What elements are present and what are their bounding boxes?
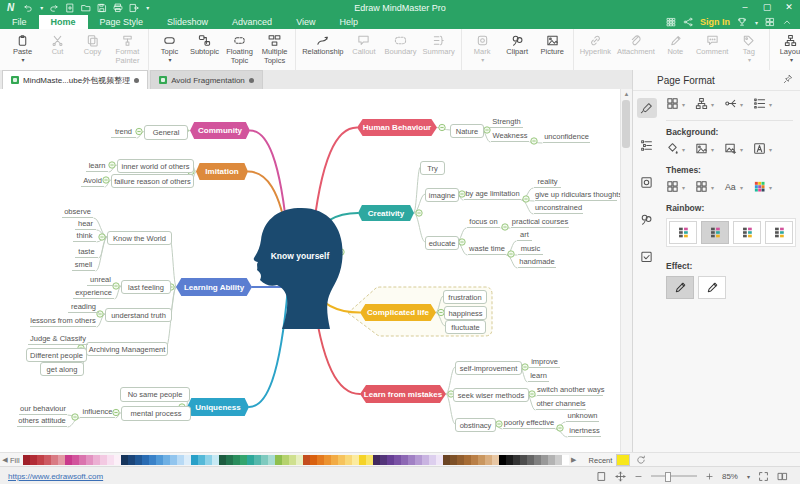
palette-swatch[interactable] [394,455,401,465]
palette-swatch[interactable] [65,455,72,465]
palette-swatch[interactable] [506,455,513,465]
background-imgpick-button[interactable]: ▾ [695,142,714,157]
palette-swatch[interactable] [492,455,499,465]
tab-close-button[interactable] [134,78,139,83]
mindmap-node-knoww[interactable]: Know the World [107,231,172,245]
mindmap-node-inert[interactable]: inertness [568,426,601,437]
menu-item-file[interactable]: File [0,15,39,29]
theme-grid4-button[interactable]: ▾ [666,180,685,195]
collapse-marker[interactable] [439,124,445,130]
mindmap-node-community[interactable]: Community [190,122,250,139]
mindmap-node-innerw[interactable]: inner world of others [117,159,194,173]
mindmap-node-reading[interactable]: reading [68,302,99,313]
palette-swatch[interactable] [380,455,387,465]
dropdown-caret[interactable]: ▾ [40,4,43,11]
print-icon[interactable] [113,3,123,13]
palette-swatch[interactable] [436,455,443,465]
zoom-caret[interactable]: ▾ [747,473,750,480]
palette-swatch[interactable] [275,455,282,465]
collapse-marker[interactable] [496,421,502,427]
collapse-marker[interactable] [523,196,529,202]
palette-swatch[interactable] [310,455,317,465]
minimize-button[interactable]: – [734,0,756,15]
menu-item-slideshow[interactable]: Slideshow [155,15,220,29]
palette-swatch[interactable] [86,455,93,465]
mindmap-node-focuson[interactable]: focus on [467,217,500,228]
ribbon-button-paste[interactable]: Paste▾ [5,32,40,64]
palette-swatch[interactable] [30,455,37,465]
share-icon[interactable] [683,17,693,27]
palette-swatch[interactable] [429,455,436,465]
mindmap-node-unreal[interactable]: unreal [87,275,114,286]
mindmap-node-unknown[interactable]: unknown [566,411,599,422]
sign-in-button[interactable]: Sign In [700,17,730,27]
palette-swatch[interactable] [114,455,121,465]
palette-swatch[interactable] [121,455,128,465]
save-icon[interactable] [97,3,107,13]
mindmap-node-nature[interactable]: Nature [450,124,484,138]
export-icon[interactable] [129,3,139,13]
mindmap-node-judge[interactable]: Judge & Classify [28,334,88,345]
menu-item-page-style[interactable]: Page Style [88,15,156,29]
collapse-marker[interactable] [522,364,528,370]
palette-swatch[interactable] [58,455,65,465]
collapse-marker[interactable] [531,138,537,144]
mindmap-node-learnab[interactable]: Learning Ability [176,278,252,296]
mindmap-canvas[interactable]: Know yourselfCommunityHuman BehaviourImi… [0,89,632,452]
palette-swatch[interactable] [219,455,226,465]
palette-scroll-right[interactable]: ▶ [569,456,579,464]
mindmap-node-switchw[interactable]: switch another ways [537,385,603,396]
palette-swatch[interactable] [366,455,373,465]
mindmap-node-otherch[interactable]: other channels [536,399,586,410]
maximize-button[interactable]: ▢ [756,0,778,15]
palette-swatch[interactable] [107,455,114,465]
palette-swatch[interactable] [72,455,79,465]
mindmap-node-unconf[interactable]: unconfidence [543,132,590,143]
palette-swatch[interactable] [317,455,324,465]
mindmap-node-nosame[interactable]: No same people [120,387,190,402]
palette-swatch[interactable] [450,455,457,465]
mindmap-node-giveup[interactable]: give up ridiculars thoughts [535,190,617,201]
palette-swatch[interactable] [191,455,198,465]
ribbon-button-subtopic[interactable]: Subtopic [187,32,222,57]
mindmap-node-taste[interactable]: taste [75,247,98,258]
palette-swatch[interactable] [359,455,366,465]
zoom-in-button[interactable] [705,472,714,481]
layout-grid4-button[interactable]: ▾ [666,97,685,112]
collapse-marker[interactable] [502,224,508,230]
dropdown-caret[interactable]: ▾ [682,101,685,108]
ribbon-button-clipart[interactable]: Clipart [500,32,535,57]
close-button[interactable]: ✕ [778,0,800,15]
layout-branchmap-button[interactable]: ▾ [724,97,743,112]
mindmap-node-mentalp[interactable]: mental process [121,406,191,421]
central-topic-head-silhouette[interactable] [254,208,343,329]
menu-item-home[interactable]: Home [39,15,88,29]
mindmap-node-learn2[interactable]: learn [528,371,549,382]
mindmap-node-unique[interactable]: Uniqueness [187,398,249,416]
collapse-marker[interactable] [529,391,535,397]
mindmap-node-selfimp[interactable]: self-improvement [455,361,522,375]
dropdown-caret[interactable]: ▾ [711,101,714,108]
menu-item-view[interactable]: View [284,15,327,29]
mindmap-node-fluct[interactable]: fluctuate [445,320,486,334]
document-tab-2[interactable]: Avoid Fragmentation [150,70,263,89]
theme-colorgrid-button[interactable]: ▾ [753,180,772,195]
palette-swatch[interactable] [555,455,562,465]
mindmap-node-handmade[interactable]: handmade [518,257,556,268]
palette-swatch[interactable] [156,455,163,465]
ribbon-button-topic[interactable]: Topic▾ [152,32,187,64]
menu-item-advanced[interactable]: Advanced [220,15,284,29]
mindmap-node-othatt[interactable]: others attitude [17,416,67,427]
fullscreen-icon[interactable] [758,471,769,482]
palette-swatch[interactable] [338,455,345,465]
dropdown-caret[interactable]: ▾ [146,4,149,11]
background-imgplus-button[interactable]: ▾ [724,142,743,157]
palette-swatch[interactable] [177,455,184,465]
palette-swatch[interactable] [562,455,569,465]
palette-swatch[interactable] [478,455,485,465]
zoom-slider-knob[interactable] [665,472,671,482]
mindmap-node-humanb[interactable]: Human Behaviour [357,119,437,136]
palette-swatch[interactable] [548,455,555,465]
palette-swatch[interactable] [44,455,51,465]
mindmap-node-learnmk[interactable]: Learn from mistakes [360,385,446,403]
